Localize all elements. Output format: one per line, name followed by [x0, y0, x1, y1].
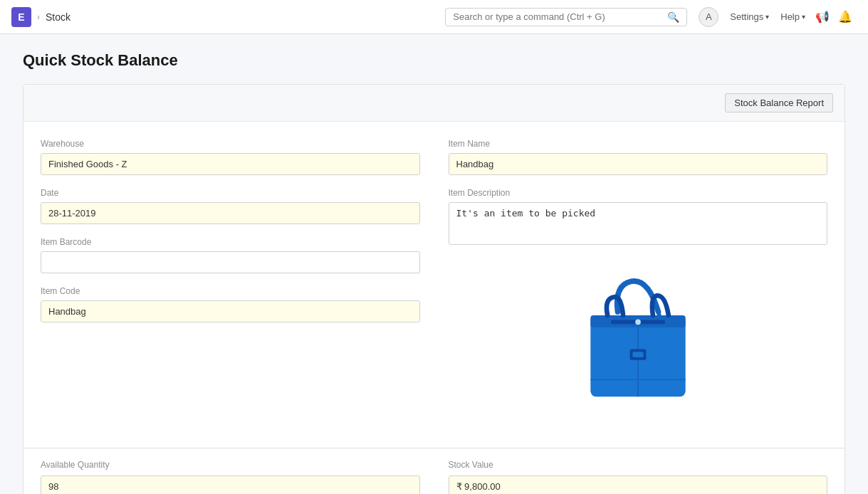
item-name-group: Item Name	[449, 139, 828, 175]
card-footer: Available Quantity 98 Stock Value ₹ 9,80…	[23, 448, 845, 494]
item-description-label: Item Description	[449, 188, 828, 198]
breadcrumb-stock[interactable]: Stock	[46, 11, 70, 23]
card-header: Stock Balance Report	[23, 85, 845, 122]
page-title: Quick Stock Balance	[23, 51, 845, 70]
item-code-label: Item Code	[41, 286, 420, 296]
available-qty-value: 98	[41, 475, 420, 494]
stock-value-label: Stock Value	[449, 460, 828, 470]
feedback-button[interactable]: 📢	[811, 7, 834, 26]
available-qty-section: Available Quantity 98	[41, 460, 420, 494]
date-group: Date	[41, 188, 420, 224]
date-input[interactable]	[41, 202, 420, 224]
svg-point-6	[635, 320, 641, 325]
notifications-button[interactable]: 🔔	[834, 7, 857, 26]
search-input[interactable]	[453, 11, 664, 22]
warehouse-input[interactable]	[41, 153, 420, 175]
breadcrumb-chevron: ›	[37, 12, 40, 22]
page-content: Quick Stock Balance Stock Balance Report…	[0, 34, 868, 494]
help-button[interactable]: Help ▾	[775, 9, 811, 25]
topnav: E › Stock 🔍 A Settings ▾ Help ▾ 📢 🔔	[0, 0, 868, 34]
search-bar[interactable]: 🔍	[445, 8, 687, 26]
stock-balance-report-button[interactable]: Stock Balance Report	[725, 93, 833, 112]
warehouse-label: Warehouse	[41, 139, 420, 149]
available-qty-label: Available Quantity	[41, 460, 420, 470]
avatar[interactable]: A	[699, 7, 718, 27]
item-code-input[interactable]	[41, 300, 420, 322]
item-barcode-input[interactable]	[41, 251, 420, 273]
item-code-group: Item Code	[41, 286, 420, 322]
date-label: Date	[41, 188, 420, 198]
form-left-column: Warehouse Date Item Barcode Item Code	[41, 139, 420, 425]
item-description-group: Item Description It's an item to be pick…	[449, 188, 828, 247]
item-name-label: Item Name	[449, 139, 828, 149]
item-description-input[interactable]: It's an item to be picked	[449, 202, 828, 245]
svg-rect-8	[632, 352, 643, 357]
item-image	[574, 271, 702, 414]
item-barcode-group: Item Barcode	[41, 237, 420, 273]
main-card: Stock Balance Report Warehouse Date Ite	[23, 84, 845, 494]
form-grid: Warehouse Date Item Barcode Item Code	[41, 139, 827, 425]
item-barcode-label: Item Barcode	[41, 237, 420, 247]
item-image-container	[449, 260, 828, 425]
stock-value-section: Stock Value ₹ 9,800.00	[449, 460, 828, 494]
warehouse-group: Warehouse	[41, 139, 420, 175]
stock-value-value: ₹ 9,800.00	[449, 475, 828, 494]
search-icon: 🔍	[667, 11, 679, 23]
form-right-column: Item Name Item Description It's an item …	[449, 139, 828, 425]
app-logo[interactable]: E	[11, 7, 31, 27]
card-body: Warehouse Date Item Barcode Item Code	[23, 122, 845, 448]
item-name-input[interactable]	[449, 153, 828, 175]
settings-button[interactable]: Settings ▾	[724, 9, 775, 25]
help-caret: ▾	[802, 13, 805, 21]
settings-caret: ▾	[765, 13, 769, 21]
